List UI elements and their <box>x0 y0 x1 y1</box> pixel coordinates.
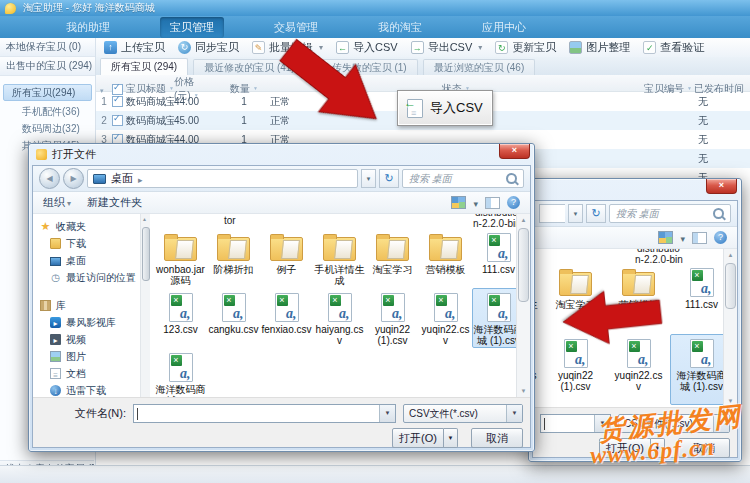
filename-input[interactable] <box>133 404 396 423</box>
new-folder-button[interactable]: 新建文件夹 <box>87 195 142 210</box>
help-icon[interactable] <box>507 196 520 209</box>
file-icon <box>434 293 458 322</box>
file-name: wonbao.jar源码 <box>155 264 206 286</box>
app-nav-tabs: 我的助理宝贝管理交易管理我的淘宝应用中心 <box>0 16 750 38</box>
nav-pane-item[interactable]: 文档 <box>50 365 140 382</box>
nav-tab[interactable]: 我的淘宝 <box>368 17 432 38</box>
row-price: 45.00 <box>174 115 218 126</box>
address-dropdown-button[interactable] <box>361 169 376 188</box>
file-item[interactable]: yuqin22 (1).csv <box>366 288 419 348</box>
file-icon <box>328 293 352 322</box>
nav-pane-scrollbar[interactable] <box>140 214 150 397</box>
filetype-select[interactable]: CSV文件(*.csv) <box>403 404 523 423</box>
row-title: 数码商城宝贝… <box>126 114 174 128</box>
nav-pane-item[interactable]: 视频 <box>50 331 140 348</box>
preview-pane-icon[interactable] <box>485 197 500 209</box>
back-button[interactable] <box>39 168 60 189</box>
file-item[interactable]: 手机详情生成 <box>313 228 366 288</box>
toolbar-button[interactable]: 导出CSV <box>411 40 483 55</box>
nav-pane-item[interactable]: 暴风影视库 <box>50 314 140 331</box>
views-icon[interactable] <box>451 196 466 209</box>
nav-pane-item[interactable]: 下载 <box>50 235 140 252</box>
scrollbar-thumb[interactable] <box>142 227 150 281</box>
search-box[interactable]: 搜索 桌面 <box>402 169 524 188</box>
toolbar-button-icon <box>104 41 117 54</box>
nav-tab[interactable]: 应用中心 <box>472 17 536 38</box>
row-price: 44.00 <box>174 96 218 107</box>
file-item[interactable]: fenxiao.csv <box>260 288 313 348</box>
views-caret-icon[interactable] <box>680 232 685 244</box>
file-list-scrollbar[interactable] <box>516 214 530 397</box>
forward-button[interactable] <box>63 168 84 189</box>
nav-tab[interactable]: 我的助理 <box>56 17 120 38</box>
row-checkbox[interactable] <box>112 96 123 107</box>
file-item[interactable]: 淘宝学习 <box>366 228 419 288</box>
breadcrumb-arrow-icon[interactable] <box>138 173 143 185</box>
sidebar-local-goods[interactable]: 本地保存宝贝 (0) <box>0 38 95 57</box>
nav-pane-item[interactable]: 库 <box>40 297 140 314</box>
dialog-titlebar[interactable] <box>532 179 738 200</box>
open-button[interactable]: 打开(O) <box>392 428 444 448</box>
file-item[interactable]: 例子 <box>260 228 313 288</box>
dialog-titlebar[interactable]: 打开文件 <box>32 144 531 165</box>
toolbar-button[interactable]: 查看验证 <box>643 40 704 55</box>
file-item[interactable]: 111.csv <box>670 263 723 334</box>
breadcrumb[interactable]: 桌面 <box>87 169 358 188</box>
file-list-scrollbar[interactable] <box>723 249 737 407</box>
file-item[interactable]: yuqin22.csv <box>419 288 472 348</box>
toolbar-button[interactable]: 图片整理 <box>569 40 630 55</box>
search-placeholder: 搜索 桌面 <box>409 172 452 186</box>
category-tree-item[interactable]: 所有宝贝(294) <box>3 84 92 101</box>
refresh-icon[interactable] <box>586 204 606 223</box>
file-name: yuqin22.csv <box>613 370 665 392</box>
file-item[interactable]: 海洋数码商城.csv <box>154 348 207 397</box>
views-icon[interactable] <box>658 231 673 244</box>
file-item[interactable]: cangku.csv <box>207 288 260 348</box>
scrollbar-thumb[interactable] <box>725 263 736 309</box>
category-tree-item[interactable]: 数码周边(32) <box>0 120 95 137</box>
preview-pane-icon[interactable] <box>692 232 707 244</box>
toolbar-button[interactable]: 上传宝贝 <box>104 40 165 55</box>
nav-tab[interactable]: 宝贝管理 <box>160 17 224 38</box>
file-item[interactable]: 111.csv <box>472 228 516 288</box>
file-item[interactable]: 营销模板 <box>419 228 472 288</box>
refresh-icon[interactable] <box>379 169 399 188</box>
search-box[interactable]: 搜索 桌面 <box>609 204 731 223</box>
sidebar-selling-goods[interactable]: 出售中的宝贝 (294) <box>0 57 95 76</box>
views-caret-icon[interactable] <box>473 197 478 209</box>
filename-combo-caret-icon[interactable] <box>379 405 395 422</box>
toolbar-button[interactable]: 同步宝贝 <box>178 40 239 55</box>
close-button[interactable] <box>499 144 530 159</box>
file-icon <box>429 237 462 261</box>
nav-pane-item[interactable]: 最近访问的位置 <box>50 269 140 286</box>
nav-pane-item[interactable]: 迅雷下载 <box>50 382 140 397</box>
close-button[interactable] <box>706 179 737 194</box>
row-checkbox[interactable] <box>112 115 123 126</box>
row-publish-time: 无 <box>694 95 750 109</box>
goods-list-tab[interactable]: 最近浏览的宝贝 (46) <box>423 59 536 75</box>
import-csv-callout[interactable]: 导入CSV <box>397 90 493 126</box>
cancel-button[interactable]: 取消 <box>471 428 523 448</box>
scrollbar-thumb[interactable] <box>518 228 529 302</box>
open-split-caret-icon[interactable] <box>444 428 458 448</box>
toolbar-button[interactable]: 更新宝贝 <box>495 40 556 55</box>
dialog-nav-pane: 收藏夹 下载 桌面 最近访问的位置 库 <box>33 214 140 397</box>
file-item[interactable]: 阶梯折扣 <box>207 228 260 288</box>
nav-pane-item[interactable]: 图片 <box>50 348 140 365</box>
breadcrumb-location[interactable]: 桌面 <box>111 171 133 186</box>
file-item[interactable]: 海洋数码商城 (1).csv <box>670 334 723 405</box>
file-item[interactable]: 海洋数码商城 (1).csv <box>472 288 516 348</box>
help-icon[interactable] <box>714 231 727 244</box>
nav-pane-item-label: 迅雷下载 <box>66 384 106 398</box>
address-dropdown-button[interactable] <box>568 204 583 223</box>
goods-list-tab[interactable]: 所有宝贝 (294) <box>100 58 188 75</box>
file-item[interactable]: haiyang.csv <box>313 288 366 348</box>
nav-pane-item[interactable]: 收藏夹 <box>40 218 140 235</box>
nav-pane-item[interactable]: 桌面 <box>50 252 140 269</box>
file-item[interactable]: 123.csv <box>154 288 207 348</box>
screen: 淘宝助理 - 您好 海洋数码商城 我的助理宝贝管理交易管理我的淘宝应用中心 本地… <box>0 0 750 483</box>
row-publish-time: 无 <box>694 133 750 147</box>
file-item[interactable]: wonbao.jar源码 <box>154 228 207 288</box>
organize-menu[interactable]: 组织 <box>43 195 71 210</box>
category-tree-item[interactable]: 手机配件(36) <box>0 103 95 120</box>
